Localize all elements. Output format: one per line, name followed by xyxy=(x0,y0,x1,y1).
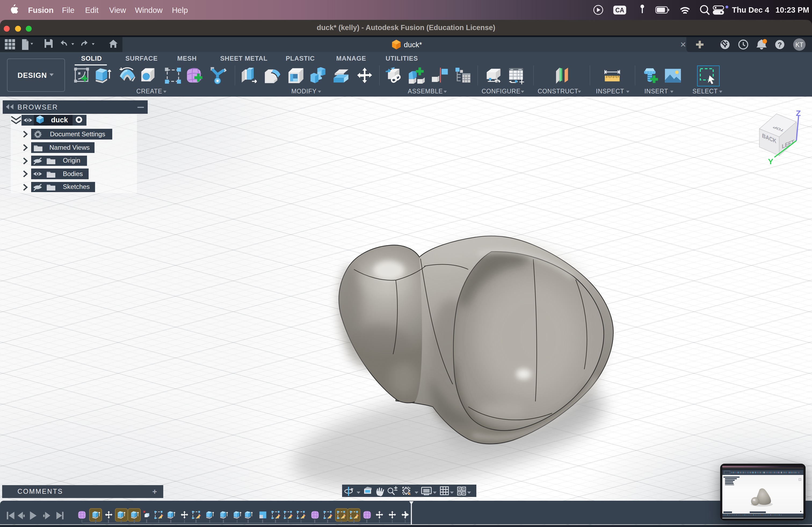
svg-text:Y: Y xyxy=(768,157,773,166)
svg-text:Thu Dec 4: Thu Dec 4 xyxy=(732,6,769,14)
svg-text:?: ? xyxy=(777,41,782,49)
svg-text:Z: Z xyxy=(796,109,801,118)
svg-text:KT: KT xyxy=(795,41,803,48)
svg-text:CA: CA xyxy=(615,7,624,14)
svg-text:10:23 PM: 10:23 PM xyxy=(775,6,809,14)
